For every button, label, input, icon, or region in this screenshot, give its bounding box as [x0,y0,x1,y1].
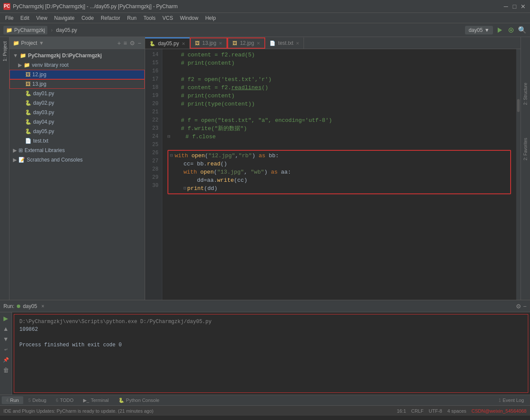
menu-view[interactable]: View [33,14,51,22]
todo-tab-number: 6 [56,398,59,403]
tab-13jpg[interactable]: 🖼 13.jpg ✕ [190,37,228,49]
code-editor[interactable]: 14 15 16 17 18 19 20 21 22 23 24 25 26 2… [145,49,521,300]
py-file-icon: 🐍 [25,119,31,125]
run-controls: ⚙ − [516,303,527,310]
expand-icon: ▶ [13,157,17,163]
search-icon[interactable]: 🔍 [518,26,527,34]
code-line-19: # print(content) [167,92,511,100]
menu-window[interactable]: Window [177,14,202,22]
run-button[interactable] [496,26,504,34]
toolbar-left: 📁 PyCharmgzkj › day05.py [3,26,77,34]
img-icon: 🖼 [232,40,237,46]
run-down-button[interactable]: ▼ [2,335,10,343]
run-minimize-icon[interactable]: − [523,303,527,310]
tab-close-day05[interactable]: ✕ [182,41,185,46]
run-output-line-4: Process finished with exit code 0 [19,341,523,349]
img-file-icon: 🖼 [25,81,31,87]
tree-item-root[interactable]: ▼ 📁 PyCharmgzkj D:\PyCharmgzkj [9,51,145,60]
status-message: IDE and Plugin Updates: PyCharm is ready… [3,408,154,414]
encoding[interactable]: UTF-8 [429,408,442,414]
tree-item-extlib[interactable]: ▶ ⊞ External Libraries [9,146,145,155]
code-content[interactable]: # content = f2.read(5) # print(content) … [162,49,516,300]
minimize-button[interactable]: ─ [502,3,509,10]
menu-bar: File Edit View Navigate Code Refactor Ru… [0,13,530,23]
tree-item-scratches[interactable]: ▶ 📝 Scratches and Consoles [9,155,145,165]
tab-testtxt[interactable]: 📄 test.txt ✕ [265,37,304,49]
indent-info[interactable]: 4 spaces [447,408,466,414]
tree-item-day02[interactable]: 🐍 day02.py [9,98,145,108]
favorites-label[interactable]: 2: Favorites [522,135,529,163]
tree-item-13jpg[interactable]: 🖼 13.jpg [9,79,145,89]
run-config-selector[interactable]: day05 ▼ [465,26,493,34]
tree-item-testtxt[interactable]: 📄 test.txt [9,136,145,146]
editor-scrollbar[interactable] [516,49,521,300]
dock-tab-event-log[interactable]: 1 Event Log [494,396,528,404]
run-wrap-button[interactable]: ↵ [2,345,10,354]
tree-item-day03[interactable]: 🐍 day03.py [9,108,145,117]
menu-tools[interactable]: Tools [140,14,159,22]
run-play-button[interactable]: ▶ [2,314,10,323]
run-content-area: ▶ ▲ ▼ ↵ 📌 🗑 D:\PyCharmgzkj\venv\Scripts\… [0,312,530,395]
menu-navigate[interactable]: Navigate [51,14,78,22]
run-label-text: Run: [3,303,14,309]
tab-day05[interactable]: 🐍 day05.py ✕ [145,37,190,49]
structure-label[interactable]: 2: Structure [522,80,529,108]
py-file-icon: 🐍 [25,90,31,96]
run-up-button[interactable]: ▲ [2,324,10,333]
window-controls[interactable]: ─ □ ✕ [502,3,527,10]
maximize-button[interactable]: □ [511,3,518,10]
menu-refactor[interactable]: Refactor [97,14,124,22]
dock-tab-terminal[interactable]: ▶_ Terminal [79,396,113,404]
tab-close-13jpg[interactable]: ✕ [219,41,222,46]
run-config-name: day05 [23,303,37,309]
tree-item-day04[interactable]: 🐍 day04.py [9,117,145,127]
menu-edit[interactable]: Edit [17,14,33,22]
menu-file[interactable]: File [2,14,17,22]
run-clear-button[interactable]: 🗑 [2,366,10,374]
tree-item-label: day01.py [33,90,54,96]
tab-12jpg[interactable]: 🖼 12.jpg ✕ [227,37,265,49]
run-tab-close[interactable]: × [41,303,44,309]
tab-close-12jpg[interactable]: ✕ [257,41,260,46]
add-file-button[interactable]: + [117,40,121,47]
project-button[interactable]: 📁 PyCharmgzkj [3,26,47,34]
watermark: CSDN@weixin_54564068 [471,408,527,414]
expand-icon: ▶ [13,147,17,153]
close-button[interactable]: ✕ [520,3,527,10]
dock-tab-run[interactable]: 4 Run [2,396,23,404]
code-highlight-block: ⊟with open("12.jpg","rb") as bb: cc= bb.… [167,150,511,194]
tree-item-label: PyCharmgzkj D:\PyCharmgzkj [28,53,102,59]
run-settings-icon[interactable]: ⚙ [516,303,521,310]
menu-vcs[interactable]: VCS [159,14,177,22]
project-panel: 📁 Project ▼ + ≡ ⚙ − ▼ 📁 PyCharmgzkj D:\P… [9,37,145,300]
line-ending[interactable]: CRLF [411,408,424,414]
menu-run[interactable]: Run [124,14,140,22]
dock-tab-debug[interactable]: 5 Debug [24,396,51,404]
tab-label: day05.py [158,40,179,47]
project-tab[interactable]: 1: Project [1,39,9,64]
code-line-16 [167,67,511,75]
folder-icon: 📁 [13,40,19,46]
scroll-to-file-button[interactable]: ≡ [124,40,127,47]
tree-item-12jpg[interactable]: 🖼 12.jpg [9,70,145,79]
status-bar: IDE and Plugin Updates: PyCharm is ready… [0,405,530,416]
code-line-27: cc= bb.read() [170,160,508,168]
svg-marker-0 [498,28,502,33]
dock-tab-todo[interactable]: 6 TODO [52,396,78,404]
py-icon: 🐍 [149,41,155,47]
dock-tab-python-console[interactable]: 🐍 Python Console [114,396,164,404]
run-pin-button[interactable]: 📌 [2,355,10,364]
tree-item-day05[interactable]: 🐍 day05.py [9,127,145,136]
debug-button[interactable] [507,26,515,34]
settings-icon[interactable]: ⚙ [130,40,135,47]
tab-close-testtxt[interactable]: ✕ [296,41,299,46]
minimize-panel-button[interactable]: − [138,40,141,47]
line-numbers: 14 15 16 17 18 19 20 21 22 23 24 25 26 2… [145,49,162,300]
menu-help[interactable]: Help [202,14,220,22]
expand-icon: ▼ [13,53,18,59]
cursor-position[interactable]: 16:1 [397,408,406,414]
tree-item-day01[interactable]: 🐍 day01.py [9,89,145,98]
tree-item-venv[interactable]: ▶ 📁 venv library root [9,60,145,70]
file-label: day05.py [56,27,77,33]
menu-code[interactable]: Code [78,14,97,22]
